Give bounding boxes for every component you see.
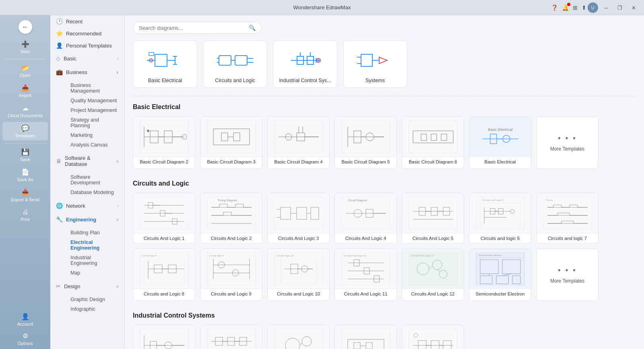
search-input[interactable] <box>139 25 246 31</box>
cat-card-basic-electrical[interactable]: Basic Electrical <box>133 40 197 88</box>
template-cl10[interactable]: Circuits logic 10 Circuits and Logic 10 <box>267 248 330 301</box>
cloud-icon: ☁ <box>22 104 29 112</box>
sidebar-item-recent[interactable]: 🕐 Recent <box>50 15 124 27</box>
more-templates-circuits-logic[interactable]: • • • More Templates <box>536 248 599 301</box>
basic-icon: ◇ <box>56 55 60 62</box>
engineering-submenu: Building Plan Electrical Engineering Ind… <box>50 226 124 279</box>
bell-icon[interactable]: 🔔 <box>562 4 569 11</box>
template-cl11[interactable]: Circuits And Logic 11 Circuits And Logic… <box>334 248 397 301</box>
tmpl-label-cl5: Circuits And Logic 5 <box>402 233 464 243</box>
sidebar-item-cloud[interactable]: ☁ Cloud Documents <box>2 102 48 120</box>
account-icon: 👤 <box>21 313 29 320</box>
sidebar-item-strategy[interactable]: Strategy and Planning <box>65 115 124 130</box>
svg-rect-22 <box>361 54 372 66</box>
template-cl12[interactable]: Circuits And Logic 12 Circuits And Logic… <box>402 248 464 301</box>
tmpl-label-clse: Semiconducter Electron <box>469 289 531 299</box>
template-cl4[interactable]: Circuit Diagram Circuits And Logic 4 <box>334 193 397 244</box>
template-be[interactable]: Basic Electrical Basic Electrical <box>469 116 531 169</box>
template-ic2[interactable] <box>200 325 262 349</box>
sidebar-section-business[interactable]: 💼 Business ∨ <box>50 65 124 79</box>
svg-text:Circuit logic 8: Circuit logic 8 <box>142 254 157 257</box>
sidebar-item-save[interactable]: 💾 Save <box>2 146 48 164</box>
sidebar-item-electrical-eng[interactable]: Electrical Engineering <box>65 237 124 253</box>
sidebar-item-account[interactable]: 👤 Account <box>2 310 48 329</box>
sidebar-section-software[interactable]: 🖥 Software & Database ∨ <box>50 151 124 171</box>
tmpl-img-cl9: Circuit logic 9 <box>200 249 262 289</box>
sidebar-item-templates[interactable]: 💬 Templates <box>2 122 48 140</box>
sidebar-item-export[interactable]: 📤 Export & Send <box>2 186 48 204</box>
recommended-icon: ⭐ <box>56 30 63 37</box>
section-basic-electrical: Basic Electrical Basic <box>133 103 636 169</box>
help-icon[interactable]: ❓ <box>551 4 558 11</box>
section-divider <box>133 96 636 96</box>
sidebar-section-network[interactable]: 🌐 Network › <box>50 199 124 213</box>
sidebar-item-print[interactable]: 🖨 Print <box>2 206 48 224</box>
sidebar-item-marketing[interactable]: Marketing <box>65 130 124 140</box>
sidebar-item-import[interactable]: 📥 Import <box>2 82 48 100</box>
template-cl9[interactable]: Circuit logic 9 Circuits and Logic 9 <box>200 248 262 301</box>
tmpl-label-cl6: Circuits and logic 6 <box>469 233 531 243</box>
template-bcd6[interactable]: Basic Circuit Diagram 6 <box>402 116 464 169</box>
tmpl-img-bcd2 <box>133 117 195 157</box>
template-ic4[interactable] <box>334 325 397 349</box>
sidebar-item-map[interactable]: Map <box>65 268 124 278</box>
minimize-button[interactable]: ─ <box>601 2 612 13</box>
sidebar-item-analysis[interactable]: Analysis Canvas <box>65 140 124 150</box>
engineering-icon: 🔧 <box>56 216 63 223</box>
tmpl-img-ic2 <box>200 325 262 349</box>
close-button[interactable]: ✕ <box>628 2 639 13</box>
sidebar-item-open[interactable]: 📂 Open <box>2 62 48 80</box>
search-bar[interactable]: 🔍 <box>133 22 262 34</box>
sidebar-item-infographic[interactable]: Infographic <box>65 304 124 314</box>
sidebar-item-industrial-eng[interactable]: Industrial Engineering <box>65 253 124 268</box>
template-ic1[interactable] <box>133 325 195 349</box>
sidebar-item-project-mgmt[interactable]: Project Management <box>65 105 124 115</box>
more-templates-basic-electrical[interactable]: • • • More Templates <box>536 116 599 169</box>
template-bcd3[interactable]: Basic Circuit Diagram 3 <box>200 116 262 169</box>
cat-img-basic-electrical <box>138 46 192 74</box>
tmpl-label-cl4: Circuits And Logic 4 <box>335 233 396 243</box>
template-clse[interactable]: Semiconducter Electron Semiconducter Ele… <box>469 248 531 301</box>
svg-text:Circuits and Logic 6: Circuits and Logic 6 <box>482 199 504 201</box>
svg-text:Circuit Diagram: Circuit Diagram <box>348 199 367 202</box>
sidebar-item-personal[interactable]: 👤 Personal Templates <box>50 39 124 52</box>
template-cl7[interactable]: Timing Circuits and logic 7 <box>536 193 599 244</box>
template-cl8[interactable]: Circuit logic 8 Circuits and Logic 8 <box>133 248 195 301</box>
share-icon[interactable]: ⬆ <box>582 4 586 11</box>
sidebar-item-building-plan[interactable]: Building Plan <box>65 228 124 237</box>
sidebar-item-business-mgmt[interactable]: Business Management <box>65 81 124 96</box>
template-ic5[interactable] <box>402 325 464 349</box>
template-bcd5[interactable]: Basic Circuit Diagram 5 <box>334 116 397 169</box>
sidebar-item-quality-mgmt[interactable]: Quality Management <box>65 96 124 105</box>
template-cl3[interactable]: Circuits And Logic 3 <box>267 193 330 244</box>
template-cl2[interactable]: Timing Diagram Circuits And Logic 2 <box>200 193 262 244</box>
chevron-down-icon-3: ∨ <box>116 217 119 222</box>
avatar[interactable]: U <box>588 2 598 13</box>
template-cl1[interactable]: Circuits And Logic 1 <box>133 193 195 244</box>
sidebar-item-software-dev[interactable]: Software Development <box>65 172 124 188</box>
sidebar-item-recommended[interactable]: ⭐ Recommended <box>50 27 124 39</box>
cat-card-industrial-control[interactable]: Industrial Control Sys... <box>273 40 337 88</box>
cat-card-systems[interactable]: Systems <box>343 40 407 88</box>
cat-img-circuits-logic <box>208 46 262 74</box>
tmpl-img-cl5 <box>402 193 464 233</box>
template-cl6[interactable]: Circuits and Logic 6 Circuits and logic … <box>469 193 531 244</box>
back-button[interactable]: ← <box>19 20 32 34</box>
sidebar-section-engineering[interactable]: 🔧 Engineering ∨ <box>50 213 124 226</box>
cat-card-circuits-logic[interactable]: Circuits and Logic <box>203 40 267 88</box>
sidebar-item-database[interactable]: Database Modeling <box>65 188 124 197</box>
sidebar-item-options[interactable]: ⚙ Options <box>2 330 48 348</box>
maximize-button[interactable]: ❐ <box>614 2 625 13</box>
sidebar-section-basic[interactable]: ◇ Basic › <box>50 52 124 65</box>
template-bcd4[interactable]: Basic Circuit Diagram 4 <box>267 116 330 169</box>
sidebar-item-graphic-design[interactable]: Graphic Design <box>65 295 124 304</box>
sidebar-section-design[interactable]: ✂ Design ∨ <box>50 279 124 293</box>
sidebar-item-new[interactable]: ➕ New <box>2 38 48 56</box>
tmpl-label-cl9: Circuits and Logic 9 <box>200 289 262 299</box>
grid-icon[interactable]: ⊞ <box>573 4 578 11</box>
template-cl5[interactable]: Circuits And Logic 5 <box>402 193 464 244</box>
section-industrial-control: Industrial Control Systems <box>133 312 636 349</box>
template-bcd2[interactable]: Basic Circuit Diagram 2 <box>133 116 195 169</box>
sidebar-item-saveas[interactable]: 📄 Save As <box>2 166 48 184</box>
template-ic3[interactable] <box>267 325 330 349</box>
